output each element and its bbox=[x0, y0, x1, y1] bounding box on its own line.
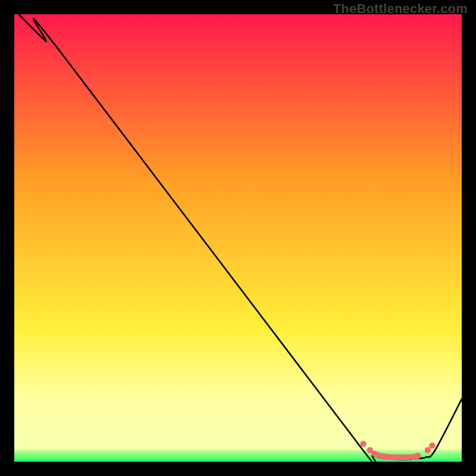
chart-stage: TheBottlenecker.com bbox=[0, 0, 476, 476]
trough-marker bbox=[425, 447, 431, 453]
plot-frame bbox=[14, 14, 462, 462]
watermark-text: TheBottlenecker.com bbox=[333, 1, 468, 17]
gradient-background bbox=[14, 14, 462, 462]
trough-marker bbox=[429, 443, 435, 449]
chart-svg bbox=[14, 14, 462, 462]
trough-marker bbox=[415, 453, 421, 459]
trough-marker bbox=[360, 441, 366, 447]
